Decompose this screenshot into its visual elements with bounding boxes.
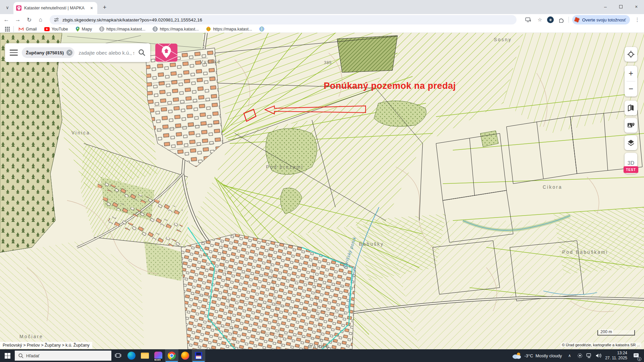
verify-label: Overte svoju totožnosť — [582, 17, 626, 22]
zoom-in-button[interactable]: + — [625, 66, 637, 81]
tab-search-chevron-icon[interactable]: ∨ — [3, 3, 11, 11]
threed-button[interactable]: 3D TEST — [625, 153, 637, 174]
tab-close-icon[interactable]: × — [89, 5, 95, 11]
weather-widget[interactable]: -3°C Mostly cloudy — [512, 352, 562, 359]
window-close-button[interactable]: × — [629, 0, 644, 13]
search-icon — [18, 353, 23, 358]
layers-button[interactable] — [625, 135, 637, 150]
tab-title: Kataster nehnuteľností | MAPKA — [24, 6, 86, 10]
edge-taskbar-icon[interactable] — [125, 349, 138, 362]
notification-center-button[interactable]: 1 — [631, 349, 642, 362]
bookmark-globe-only[interactable] — [257, 26, 267, 33]
map-search-panel: Župčany (875015) ✕ — [5, 43, 150, 62]
weather-temp: -3°C — [524, 353, 533, 358]
mapka-favicon-pin-icon — [16, 5, 21, 11]
bookmark-kataster-1[interactable]: https://mapa.katast... — [97, 26, 148, 33]
map-label-mahag: MAHAG — [308, 344, 330, 349]
bookmarks-bar: Gmail YouTube Mapy https://mapa.katast..… — [0, 25, 644, 33]
chrome-taskbar-icon[interactable] — [165, 349, 178, 362]
save-app-taskbar-icon[interactable] — [192, 349, 205, 362]
zoom-control: + − — [625, 66, 637, 97]
menu-hamburger-icon[interactable] — [10, 50, 18, 56]
task-view-icon — [115, 353, 121, 358]
back-button[interactable]: ← — [1, 15, 11, 24]
globe-icon — [259, 26, 264, 32]
basemap-gallery-button[interactable]: G — [625, 118, 637, 133]
window-maximize-button[interactable] — [613, 0, 629, 13]
map-search-input[interactable] — [78, 50, 134, 56]
compare-maps-button[interactable] — [625, 101, 637, 115]
browser-tab-strip: ∨ Kataster nehnuteľností | MAPKA × + – × — [0, 0, 644, 14]
e-extension-icon[interactable]: e — [547, 16, 554, 23]
test-badge: TEST — [624, 166, 638, 173]
weather-cloud-icon — [512, 352, 522, 359]
bookmark-kataster-2[interactable]: https://mapa.katast... — [150, 26, 201, 33]
map-copyright: © Úrad geodézie, kartografie a katastra … — [560, 343, 641, 347]
file-explorer-taskbar-icon[interactable] — [138, 349, 152, 362]
windows-logo-icon — [5, 353, 10, 359]
map-label-pod-brezami: Pod brezami — [266, 164, 304, 170]
firefox-taskbar-icon[interactable] — [178, 349, 192, 362]
task-view-button[interactable] — [111, 349, 125, 362]
m365-copilot-taskbar-icon[interactable]: M365 — [152, 349, 165, 362]
meet-now-icon[interactable] — [577, 353, 583, 358]
chip-remove-icon[interactable]: ✕ — [66, 50, 72, 56]
bookmark-kataster-3[interactable]: https://mapa.katast... — [203, 26, 255, 33]
alert-dot-icon — [574, 17, 580, 22]
url-text: zbgis.skgeodesy.sk/mapka/sk/kataster?pos… — [62, 17, 202, 22]
apps-grid-icon[interactable] — [3, 25, 11, 33]
layers-icon — [627, 139, 635, 147]
windows-taskbar: Hľadať M365 -3°C Mostly cloudy ∧ 13:24 2… — [0, 349, 644, 362]
taskbar-search-placeholder: Hľadať — [26, 353, 40, 358]
clock-date: 27. 11. 2025 — [605, 356, 627, 361]
map-label-vinica: Vinica — [71, 130, 90, 135]
locate-icon — [627, 50, 635, 58]
offered-parcel-text: Ponúkaný pozemok na predaj — [324, 81, 456, 91]
gmail-icon — [18, 27, 24, 31]
map-label-vysoke: Vysoké — [200, 59, 221, 64]
map-canvas[interactable]: Sosny Vysoké 385 Vinica Pod brezami Ciko… — [0, 33, 644, 349]
browser-menu-kebab-icon[interactable]: ⋮ — [633, 16, 641, 24]
bookmark-gmail[interactable]: Gmail — [16, 26, 40, 33]
browser-tab[interactable]: Kataster nehnuteľností | MAPKA × — [13, 2, 97, 14]
taskbar-search[interactable]: Hľadať — [15, 351, 111, 361]
extensions-puzzle-icon[interactable] — [557, 16, 565, 24]
bookmark-youtube[interactable]: YouTube — [42, 26, 71, 33]
globe-icon — [206, 26, 211, 32]
clock-time: 13:24 — [605, 351, 627, 356]
weather-desc: Mostly cloudy — [535, 353, 562, 358]
address-bar[interactable]: zbgis.skgeodesy.sk/mapka/sk/kataster?pos… — [50, 15, 517, 24]
bookmark-star-icon[interactable]: ☆ — [536, 16, 544, 24]
forward-button[interactable]: → — [13, 15, 23, 24]
site-settings-icon[interactable] — [54, 17, 59, 22]
start-button[interactable] — [0, 349, 15, 362]
taskbar-clock[interactable]: 13:24 27. 11. 2025 — [605, 351, 627, 361]
window-minimize-button[interactable]: – — [598, 0, 613, 13]
map-label-pod-babuskami: Pod Babuškami — [562, 249, 608, 255]
browser-toolbar: ← → ↻ ⌂ zbgis.skgeodesy.sk/mapka/sk/kata… — [0, 14, 644, 25]
breadcrumb: Prešovský > Prešov > Župčany > k.ú. Župč… — [0, 342, 92, 349]
tray-overflow-chevron[interactable]: ∧ — [565, 349, 574, 362]
install-app-icon[interactable] — [524, 16, 532, 24]
map-label-mociare: Močiare — [19, 334, 43, 339]
bookmark-mapy[interactable]: Mapy — [73, 26, 95, 33]
network-icon[interactable] — [586, 353, 592, 358]
mapka-logo[interactable] — [155, 44, 177, 63]
maps-pin-icon — [75, 26, 80, 32]
speaker-icon[interactable] — [595, 353, 602, 358]
scale-label: 200 m — [599, 329, 613, 334]
map-label-babusky: Babušky — [359, 241, 384, 247]
zoom-out-button[interactable]: − — [625, 81, 637, 97]
map-label-sosny: Sosny — [494, 37, 512, 42]
home-button[interactable]: ⌂ — [36, 15, 46, 24]
map-label-385: 385 — [324, 60, 332, 65]
locate-me-button[interactable] — [625, 47, 637, 62]
scale-bar: 200 m — [597, 330, 635, 336]
cadastral-map-graphic — [0, 33, 644, 349]
reload-button[interactable]: ↻ — [24, 15, 34, 24]
profile-verify-button[interactable]: Overte svoju totožnosť — [572, 15, 630, 24]
search-icon[interactable] — [138, 49, 146, 56]
municipality-chip[interactable]: Župčany (875015) ✕ — [22, 47, 74, 58]
globe-icon — [99, 26, 104, 32]
new-tab-button[interactable]: + — [101, 3, 109, 11]
